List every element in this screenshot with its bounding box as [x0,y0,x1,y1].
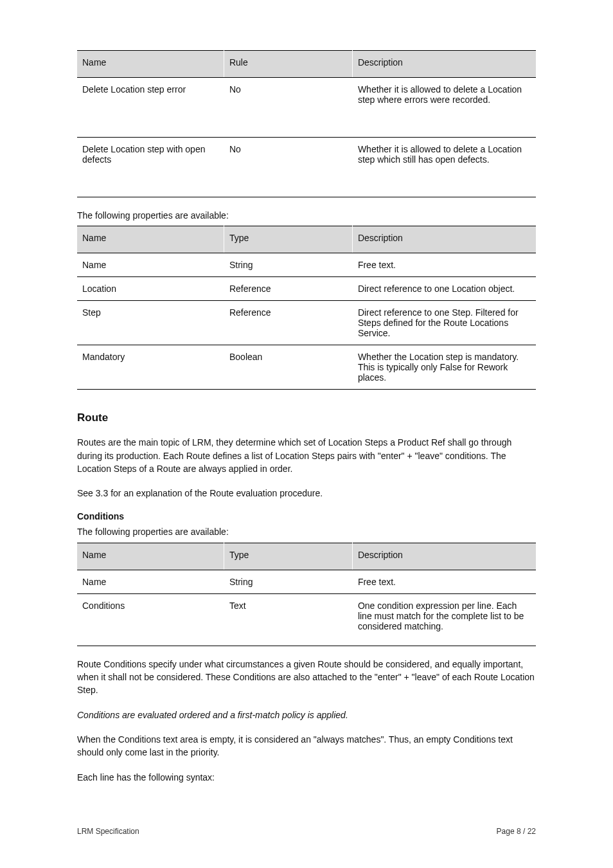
route-para-2: See 3.3 for an explanation of the Route … [77,487,536,500]
conditions-para-3: When the Conditions text area is empty, … [77,733,536,759]
cell-type: String [224,570,352,593]
cell-name: Name [77,253,224,277]
col-desc: Description [352,226,536,253]
table-row: Name String Free text. [77,570,536,593]
table-header-row: Name Type Description [77,543,536,570]
col-name: Name [77,51,224,78]
cell-name: Location [77,277,224,301]
cell-desc: Whether it is allowed to delete a Locati… [352,78,536,138]
table-row: Delete Location step with open defects N… [77,138,536,197]
conditions-para-4: Each line has the following syntax: [77,771,536,784]
cell-desc: Free text. [352,570,536,593]
page: Name Rule Description Delete Location st… [0,0,613,813]
table-row: Step Reference Direct reference to one S… [77,301,536,345]
table-conditions-props: Name Type Description Name String Free t… [77,543,536,646]
conditions-lead: The following properties are available: [77,525,536,538]
cell-name: Name [77,570,224,593]
conditions-para-1: Route Conditions specify under what circ… [77,658,536,697]
table-row: Location Reference Direct reference to o… [77,277,536,301]
table-location-step-rules: Name Rule Description Delete Location st… [77,50,536,197]
cell-desc: Direct reference to one Location object. [352,277,536,301]
cell-type: Reference [224,301,352,345]
table-b-lead: The following properties are available: [77,209,536,222]
cell-rule: No [224,138,352,197]
route-para-1: Routes are the main topic of LRM, they d… [77,436,536,475]
footer-right: Page 8 / 22 [497,827,536,836]
cell-name: Delete Location step error [77,78,224,138]
cell-rule: No [224,78,352,138]
cell-desc: Direct reference to one Step. Filtered f… [352,301,536,345]
col-rule: Rule [224,51,352,78]
cell-name: Step [77,301,224,345]
heading-conditions: Conditions [77,511,536,521]
cell-desc: Free text. [352,253,536,277]
cell-desc: Whether the Location step is mandatory. … [352,345,536,390]
table-row: Delete Location step error No Whether it… [77,78,536,138]
table-header-row: Name Type Description [77,226,536,253]
col-name: Name [77,543,224,570]
cell-type: Text [224,593,352,646]
cell-name: Conditions [77,593,224,646]
table-row: Name String Free text. [77,253,536,277]
col-desc: Description [352,51,536,78]
col-desc: Description [352,543,536,570]
cell-desc: One condition expression per line. Each … [352,593,536,646]
cell-desc: Whether it is allowed to delete a Locati… [352,138,536,197]
cell-name: Delete Location step with open defects [77,138,224,197]
col-type: Type [224,543,352,570]
col-name: Name [77,226,224,253]
table-row: Conditions Text One condition expression… [77,593,536,646]
page-footer: LRM Specification Page 8 / 22 [77,827,536,836]
cell-type: String [224,253,352,277]
table-row: Mandatory Boolean Whether the Location s… [77,345,536,390]
col-type: Type [224,226,352,253]
table-header-row: Name Rule Description [77,51,536,78]
heading-route: Route [77,411,536,424]
cell-type: Reference [224,277,352,301]
conditions-para-2: Conditions are evaluated ordered and a f… [77,709,536,721]
cell-type: Boolean [224,345,352,390]
cell-name: Mandatory [77,345,224,390]
table-location-step-props: Name Type Description Name String Free t… [77,226,536,390]
footer-left: LRM Specification [77,827,139,836]
